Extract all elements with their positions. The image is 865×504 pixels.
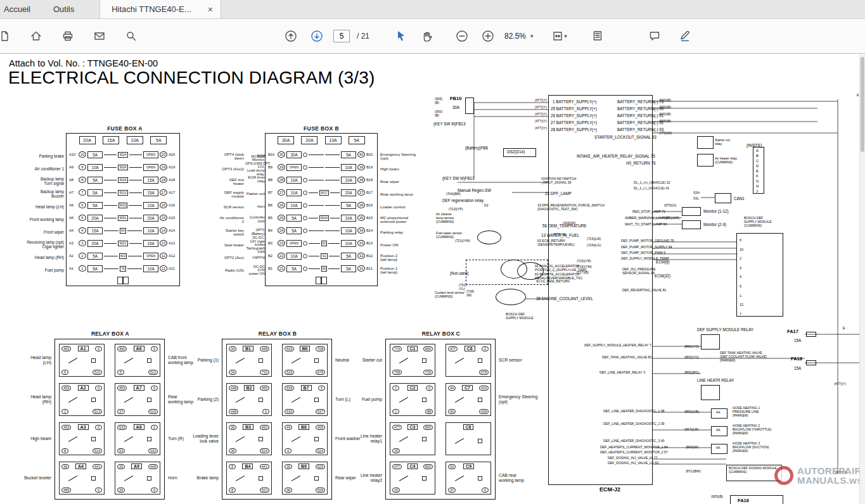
page-number-input[interactable] — [333, 30, 350, 42]
close-icon[interactable]: × — [208, 4, 213, 15]
fuse-row: A10105A9024OPEN20A20 — [69, 148, 177, 161]
wire-label: FA16 — [738, 498, 749, 504]
relay-box-a-title: RELAY BOX A — [54, 331, 166, 337]
comment-button[interactable] — [645, 27, 664, 46]
wire-label: DEF_LINE_HEATER_DIAGNOSTIC_1 38 — [603, 410, 664, 413]
relay-terminal: 0 — [95, 425, 102, 430]
wire-label: (718) (W) — [466, 290, 474, 298]
fuse-value: 15A — [143, 240, 158, 247]
relay-cell-bottom: 53532 — [117, 448, 158, 453]
wire-label: BOSCH DEF SUPPLY MODULE (CUMMINS) — [744, 217, 772, 228]
wire-label: (INSITE) — [746, 143, 762, 148]
fuse-number: 1 — [79, 265, 86, 272]
fuse-row: B62610A5A36B16 — [268, 199, 375, 211]
relay-cell: 34B144834732 — [226, 344, 272, 377]
fit-width-icon — [553, 30, 564, 42]
wire-label: BATTERY_RETURN(-) 91 — [617, 113, 663, 118]
tab-document[interactable]: Hitachi TTNGE40-E... × — [99, 0, 221, 18]
wire-line — [309, 192, 318, 193]
wire-line — [309, 154, 324, 155]
relay-cell-mid — [117, 358, 158, 364]
relay-box-a-body: Head lamp (LH)Head lamp (RH)High beamBuc… — [9, 339, 207, 500]
fuse-number: 3 — [79, 240, 86, 246]
fuse-value: 5A — [87, 202, 103, 209]
fuse-box-a-body: Parking brakeAir conditioner 1Backup lam… — [13, 133, 182, 286]
fuse-row-label-far: OPT3 (Acc2) — [219, 167, 244, 171]
zoom-level-dropdown[interactable]: 82.5% ▾ — [504, 32, 534, 41]
fuse-row-label: Air conditioner 2Controller (opt) — [219, 213, 265, 226]
fuse-row-label: Backup lamp Buzzer — [13, 188, 66, 201]
relay-left-labels: Parking (1)Parking (2)Loading lever lock… — [191, 341, 222, 498]
def-supply-module-relay-box — [701, 334, 720, 350]
wire-line — [129, 205, 142, 206]
next-page-button[interactable] — [307, 27, 326, 46]
wire-label: DL_1_(+)_(VEHICLE) 22 — [634, 181, 670, 185]
relay-contact-symbol — [124, 476, 133, 481]
fuse-pin: A10 — [69, 153, 77, 156]
relay-row-label: Parking (1) — [191, 341, 222, 380]
relay-cell-mid — [229, 476, 269, 482]
relay-cell-bottom: 37515 — [117, 409, 158, 414]
wire-label: HOSE HEATING 1 PRESSURE LINE (PARKER) — [733, 406, 760, 418]
lamp-symbol — [303, 153, 307, 157]
wire-label: DEF_LINE_HEATER_DIAGNOSTIC_3 40 — [603, 439, 664, 443]
select-tool-button[interactable] — [392, 27, 411, 46]
fuse-value: 20A — [87, 215, 103, 222]
fuse-number: 35 — [357, 215, 365, 221]
tab-label: Outils — [53, 4, 74, 14]
relay-terminal: 528 — [316, 488, 325, 493]
relay-cell-mid — [285, 436, 325, 443]
relay-row-label: Bucket leveler — [9, 458, 54, 498]
relay-cell-mid — [117, 397, 158, 403]
fuse-pin: A17 — [169, 191, 177, 194]
fuse-pin: A7 — [69, 191, 77, 194]
fuse-pin: A19 — [169, 165, 177, 169]
relay-coil-symbol — [259, 437, 263, 441]
fuse-value: 5A — [87, 151, 103, 158]
scroll-mode-button[interactable] — [588, 27, 607, 46]
tab-accueil[interactable]: Accueil — [0, 0, 42, 18]
fuse-value: OPEN — [286, 240, 302, 247]
relay-coil-symbol — [259, 476, 263, 481]
hand-tool-button[interactable] — [418, 27, 437, 46]
relay-terminal: 36 — [229, 448, 236, 453]
fit-width-button[interactable]: ▾ — [551, 27, 570, 46]
wire-label: 4A — [716, 411, 720, 415]
tab-outils[interactable]: Outils — [42, 0, 86, 18]
zoom-out-button[interactable] — [452, 27, 471, 46]
search-button[interactable] — [122, 27, 141, 46]
wire-label: DEF_PUMP_MOTOR_GROUND 79 — [621, 239, 674, 243]
lamp-symbol — [303, 203, 307, 208]
relay-terminal: 448 — [260, 346, 269, 351]
previous-page-button[interactable] — [281, 27, 300, 46]
scrollbar-thumb[interactable] — [861, 57, 864, 152]
wire-label: (863)(YG) — [684, 356, 699, 360]
fuse-row-label-far: DEF line heater — [219, 178, 244, 186]
home-button[interactable] — [27, 27, 46, 46]
zoom-in-button[interactable] — [478, 27, 497, 46]
wire-line — [104, 192, 117, 193]
email-button[interactable] — [90, 27, 109, 46]
fuse-value: 20A — [143, 215, 158, 222]
relay-id: A6 — [134, 346, 144, 351]
relay-cell: 8B44418522 — [226, 462, 272, 495]
fuse-row-label-far: Radio (US) — [219, 268, 244, 272]
vertical-scrollbar[interactable] — [859, 54, 865, 504]
wire-label: (715)(YR) — [577, 260, 591, 263]
wire-label: Monitor (1-12) — [703, 209, 729, 213]
relay-id: B9 — [298, 463, 309, 469]
relay-terminal: 5 — [117, 370, 124, 375]
fuse-pin: B2 — [268, 254, 276, 258]
file-button[interactable] — [0, 27, 14, 46]
highlight-button[interactable] — [676, 27, 695, 46]
relay-cell-top: 8B4441 — [229, 463, 269, 469]
fuse-value: 10A — [286, 202, 302, 209]
fuse-number: 19 — [160, 164, 167, 170]
fuse-pin: B5 — [268, 216, 276, 220]
fuse-pin: B17 — [366, 191, 375, 194]
print-button[interactable] — [58, 27, 77, 46]
fuse-box-b-title: FUSE BOX B — [265, 125, 378, 132]
fuse-pin: B16 — [366, 203, 375, 207]
relay-row-label: Loading lever lock valve — [191, 419, 222, 458]
wire-label: AMBER_WARNING_LAMP 37 — [625, 217, 669, 220]
